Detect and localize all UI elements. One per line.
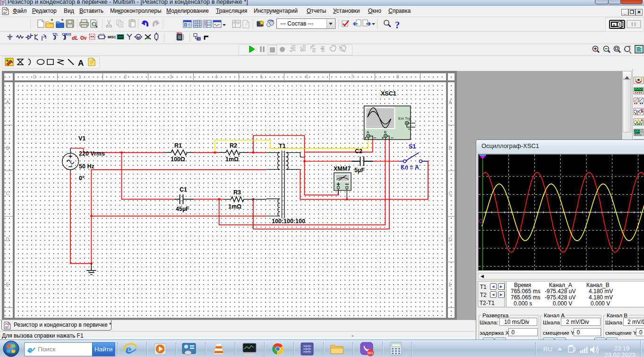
svg-text:e: e xyxy=(28,344,32,355)
svg-text:D: D xyxy=(6,237,9,242)
svg-text:3: 3 xyxy=(170,74,172,79)
svg-text:2: 2 xyxy=(124,74,127,79)
svg-text:T1: T1 xyxy=(279,143,286,149)
svg-text:R1: R1 xyxy=(174,142,182,149)
svg-text:7: 7 xyxy=(351,74,354,79)
svg-text:Поиск: Поиск xyxy=(38,346,56,353)
svg-text:4: 4 xyxy=(215,74,218,79)
svg-text:0°: 0° xyxy=(79,175,85,182)
svg-text:dL: dL xyxy=(72,35,78,41)
svg-text:8: 8 xyxy=(396,74,399,79)
svg-text:C1: C1 xyxy=(180,186,187,193)
svg-text:5µF: 5µF xyxy=(354,167,365,174)
svg-text:100Ω: 100Ω xyxy=(171,156,185,163)
svg-text:1: 1 xyxy=(78,74,81,79)
svg-text:XMM7: XMM7 xyxy=(334,165,351,172)
svg-text:220 Vrms: 220 Vrms xyxy=(79,150,105,157)
svg-text:?: ? xyxy=(395,20,400,30)
svg-text:V1: V1 xyxy=(78,135,86,142)
svg-text:Найти: Найти xyxy=(94,346,113,353)
svg-text:E: E xyxy=(6,282,9,287)
svg-text:CMOS: CMOS xyxy=(62,33,71,36)
svg-text:o: o xyxy=(613,23,615,27)
svg-text:561: 561 xyxy=(368,351,374,355)
svg-text:TTL: TTL xyxy=(52,33,58,36)
svg-text:C: C xyxy=(448,191,452,196)
svg-text:B: B xyxy=(449,146,452,151)
svg-text:50 Hz: 50 Hz xyxy=(79,163,94,170)
svg-text:Кл = А: Кл = А xyxy=(401,164,419,171)
svg-text:Ov: Ov xyxy=(80,35,87,41)
svg-text:D: D xyxy=(448,237,452,242)
svg-text:1: 1 xyxy=(618,22,621,26)
svg-text:RU: RU xyxy=(543,346,552,353)
svg-text:XSC1: XSC1 xyxy=(381,90,396,97)
svg-text:A: A xyxy=(449,100,452,105)
svg-text:M: M xyxy=(137,35,140,40)
svg-text:A: A xyxy=(6,100,9,105)
svg-text:0: 0 xyxy=(33,74,36,79)
svg-text:6: 6 xyxy=(306,74,309,79)
svg-text:R3: R3 xyxy=(233,189,241,196)
svg-text:MCU: MCU xyxy=(177,32,182,35)
svg-text:1mΩ: 1mΩ xyxy=(225,156,239,163)
svg-text:Ext Trg.: Ext Trg. xyxy=(398,116,412,121)
svg-text:E: E xyxy=(449,282,452,287)
svg-text:5: 5 xyxy=(260,74,263,79)
svg-text:100:100:100: 100:100:100 xyxy=(272,218,305,225)
svg-text:B: B xyxy=(6,146,9,151)
svg-text:45µF: 45µF xyxy=(176,206,189,212)
svg-text:C: C xyxy=(6,191,9,196)
svg-text:R2: R2 xyxy=(230,142,237,149)
svg-text:C2: C2 xyxy=(355,148,362,155)
svg-text:1mΩ: 1mΩ xyxy=(228,203,241,210)
svg-text:A: A xyxy=(367,130,369,134)
svg-text:B: B xyxy=(384,130,386,134)
svg-text:23.02.2023: 23.02.2023 xyxy=(604,351,635,357)
svg-text:S1: S1 xyxy=(409,143,416,150)
svg-text:MISC: MISC xyxy=(108,35,116,39)
svg-text:A: A xyxy=(78,59,84,68)
